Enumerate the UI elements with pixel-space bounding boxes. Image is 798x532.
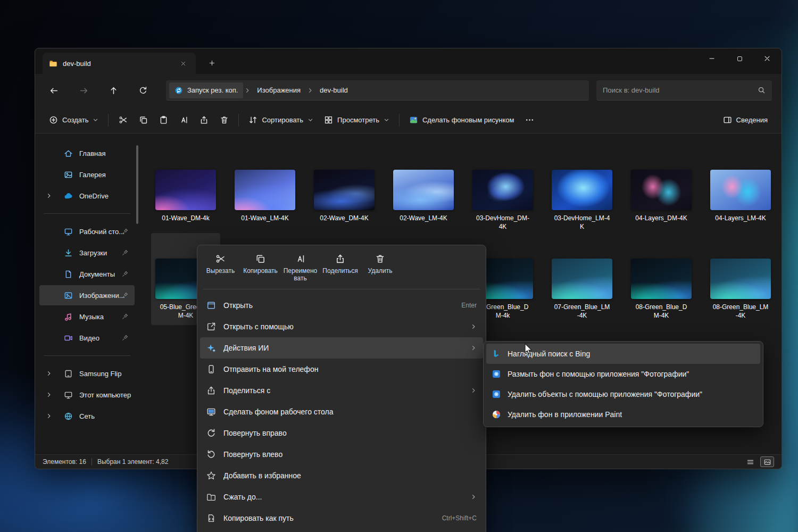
sidebar-scrollbar[interactable] xyxy=(136,145,138,224)
pin-icon xyxy=(122,271,128,277)
rename-quick-button[interactable]: Переименовать xyxy=(281,251,320,286)
list-view-button[interactable] xyxy=(743,456,757,467)
chevron-down-icon xyxy=(384,117,389,123)
share-quick-button[interactable]: Поделиться xyxy=(321,251,360,286)
plus-icon xyxy=(209,60,215,66)
sidebar-item-this-pc[interactable]: Этот компьютер xyxy=(39,385,135,405)
details-pane-button[interactable]: Сведения xyxy=(718,111,773,130)
menu-item-open-with[interactable]: Открыть с помощью xyxy=(200,316,483,337)
file-item[interactable]: 04-Layers_LM-4K xyxy=(706,165,775,228)
sidebar-item-label: Samsung Flip xyxy=(79,370,121,378)
chevron-right-icon[interactable] xyxy=(46,392,52,398)
file-name: 03-DevHome_DM-4K xyxy=(475,214,531,231)
rename-button[interactable] xyxy=(173,111,194,130)
sort-button[interactable]: Сортировать xyxy=(243,111,319,130)
menu-item-send-to-phone[interactable]: Отправить на мой телефон xyxy=(200,359,483,380)
file-item[interactable]: 08-Green_Blue_DM-4K xyxy=(627,254,696,325)
thumbnail-view-button[interactable] xyxy=(760,456,774,467)
submenu-item-remove-objects[interactable]: Удалить объекты с помощью приложения "Фо… xyxy=(486,384,760,404)
close-window-button[interactable] xyxy=(753,49,781,68)
tab-close-button[interactable] xyxy=(177,57,189,70)
onedrive-cloud-icon xyxy=(64,192,73,201)
share-button[interactable] xyxy=(194,111,214,130)
share-icon xyxy=(206,386,216,395)
pc-icon xyxy=(64,390,73,400)
breadcrumb-label: Запуск рез. коп. xyxy=(187,86,238,94)
wallpaper-icon xyxy=(409,115,418,124)
sidebar-item-downloads[interactable]: Загрузки xyxy=(39,243,135,263)
video-icon xyxy=(64,334,73,343)
menu-item-share-with[interactable]: Поделиться с xyxy=(200,380,483,401)
search-input[interactable] xyxy=(603,86,758,94)
delete-quick-button[interactable]: Удалить xyxy=(361,251,400,286)
sidebar-item-onedrive[interactable]: OneDrive xyxy=(39,186,135,206)
menu-item-add-to-favorites[interactable]: Добавить в избранное xyxy=(200,465,483,486)
view-button[interactable]: Просмотреть xyxy=(319,111,395,130)
compress-icon xyxy=(206,492,216,502)
submenu-item-blur-background[interactable]: Размыть фон с помощью приложения "Фотогр… xyxy=(486,364,760,384)
file-item[interactable]: 03-DevHome_DM-4K xyxy=(468,165,537,236)
search-box[interactable] xyxy=(596,80,772,101)
more-options-button[interactable] xyxy=(519,111,539,130)
menu-item-label: Отправить на мой телефон xyxy=(223,365,318,373)
delete-button[interactable] xyxy=(214,111,234,130)
chevron-right-icon[interactable] xyxy=(46,370,52,377)
sidebar-item-music[interactable]: Музыка xyxy=(39,306,135,327)
file-item[interactable]: 07-Green_Blue_LM-4K xyxy=(547,254,617,325)
menu-item-ai-actions[interactable]: Действия ИИ xyxy=(200,337,483,359)
set-wallpaper-label: Сделать фоновым рисунком xyxy=(422,116,514,124)
minimize-button[interactable] xyxy=(698,49,726,68)
sidebar-item-home[interactable]: Главная xyxy=(39,143,135,163)
file-item[interactable]: 04-Layers_DM-4K xyxy=(627,165,696,228)
chevron-right-icon[interactable] xyxy=(46,193,52,199)
sidebar-item-documents[interactable]: Документы xyxy=(39,264,135,284)
desktop-icon xyxy=(64,227,73,236)
tablet-icon xyxy=(64,369,73,378)
menu-item-copy-as-path[interactable]: Копировать как путь Ctrl+Shift+C xyxy=(200,508,483,529)
sidebar-item-samsung-flip[interactable]: Samsung Flip xyxy=(39,363,135,384)
file-name: 03-DevHome_LM-4K xyxy=(554,214,610,231)
sidebar-item-desktop[interactable]: Рабочий сто... xyxy=(39,221,135,242)
file-thumbnail xyxy=(552,259,612,299)
view-button-label: Просмотреть xyxy=(337,116,379,124)
menu-item-rotate-right[interactable]: Повернуть вправо xyxy=(200,422,483,444)
breadcrumb-item-pictures[interactable]: Изображения xyxy=(252,82,306,98)
sidebar-item-pictures[interactable]: Изображени... xyxy=(39,285,135,305)
breadcrumb-item-backup[interactable]: Запуск рез. коп. xyxy=(169,82,243,98)
sidebar-item-video[interactable]: Видео xyxy=(39,328,135,348)
refresh-button[interactable] xyxy=(134,81,152,99)
file-item[interactable]: 03-DevHome_LM-4K xyxy=(547,165,617,236)
set-wallpaper-button[interactable]: Сделать фоновым рисунком xyxy=(404,111,519,130)
new-tab-button[interactable] xyxy=(204,55,219,70)
cut-button[interactable] xyxy=(113,111,133,130)
copy-quick-button[interactable]: Копировать xyxy=(241,251,280,286)
breadcrumb-item-dev-build[interactable]: dev-build xyxy=(314,82,353,98)
submenu-item-remove-background-paint[interactable]: Удалить фон в приложении Paint xyxy=(486,404,760,425)
menu-item-set-desktop-background[interactable]: Сделать фоном рабочего стола xyxy=(200,401,483,422)
file-item[interactable]: 02-Wave_LM-4K xyxy=(389,165,458,228)
menu-item-compress-to[interactable]: Сжать до... xyxy=(200,486,483,508)
photos-icon xyxy=(492,389,501,399)
sidebar-item-network[interactable]: Сеть xyxy=(39,406,135,426)
sidebar-item-gallery[interactable]: Галерея xyxy=(39,164,135,185)
address-bar[interactable]: Запуск рез. коп. Изображения dev-build xyxy=(166,80,589,101)
menu-item-rotate-left[interactable]: Повернуть влево xyxy=(200,444,483,465)
cut-quick-button[interactable]: Вырезать xyxy=(201,251,240,286)
copy-button[interactable] xyxy=(133,111,153,130)
chevron-right-icon[interactable] xyxy=(46,413,52,419)
tab-dev-build[interactable]: dev-build xyxy=(43,53,196,74)
maximize-button[interactable] xyxy=(726,49,753,68)
file-item[interactable]: 08-Green_Blue_LM-4K xyxy=(706,254,775,325)
submenu-item-label: Размыть фон с помощью приложения "Фотогр… xyxy=(508,370,689,378)
file-item[interactable]: 01-Wave_LM-4K xyxy=(230,165,300,228)
new-button[interactable]: Создать xyxy=(44,111,104,130)
back-button[interactable] xyxy=(45,81,63,99)
pin-icon xyxy=(122,335,128,341)
paste-button[interactable] xyxy=(153,111,173,130)
menu-item-open[interactable]: Открыть Enter xyxy=(200,295,483,316)
up-button[interactable] xyxy=(104,81,122,99)
file-item[interactable]: 01-Wave_DM-4k xyxy=(151,165,220,228)
file-item[interactable]: 02-Wave_DM-4K xyxy=(310,165,379,228)
copy-icon xyxy=(255,254,265,264)
forward-button[interactable] xyxy=(74,81,93,99)
